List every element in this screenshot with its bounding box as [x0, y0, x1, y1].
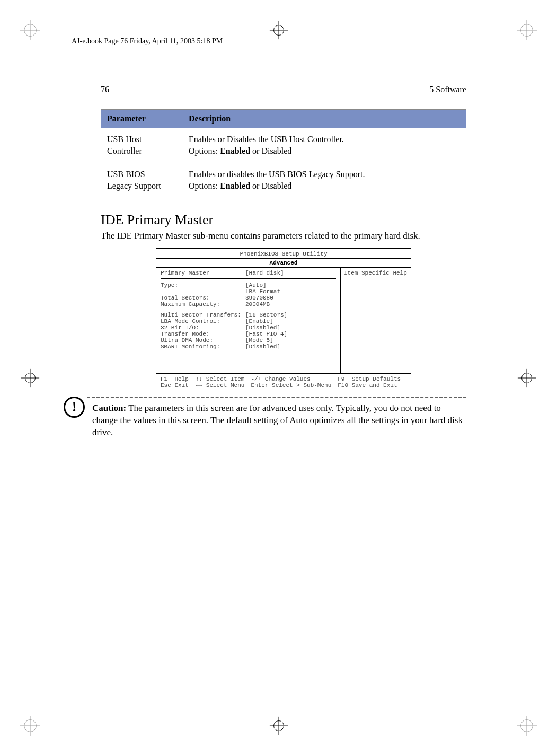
col-header-parameter: Parameter: [101, 110, 182, 128]
bios-key: Total Sectors:: [161, 295, 245, 301]
dashed-rule: [87, 397, 466, 398]
param-desc: Enables or Disables the USB Host Control…: [182, 128, 466, 163]
bios-val: 20004MB: [245, 301, 336, 307]
running-head: 76 5 Software: [101, 85, 466, 94]
crop-mark-icon: [20, 368, 40, 388]
caution-body-text: The parameters in this screen are for ad…: [92, 403, 463, 437]
table-header-row: Parameter Description: [101, 110, 466, 128]
table-row: USB BIOS Legacy Support Enables or disab…: [101, 163, 466, 198]
bios-key: Maximum Capacity:: [161, 301, 245, 307]
bios-tab-advanced: Advanced: [156, 259, 411, 268]
bios-key: Multi-Sector Transfers:: [161, 312, 245, 318]
crop-mark-icon: [517, 716, 537, 736]
bios-val: [Enable]: [245, 318, 336, 324]
param-desc: Enables or disables the USB BIOS Legacy …: [182, 163, 466, 198]
bios-val: LBA Format: [245, 288, 336, 295]
bios-key: [161, 288, 245, 295]
crop-mark-icon: [517, 368, 537, 388]
bios-left-pane: Primary Master [Hard disk] Type:[Auto] L…: [156, 268, 341, 373]
crop-mark-icon: [269, 716, 289, 736]
param-line: Legacy Support: [107, 181, 161, 190]
header-rule: [66, 48, 512, 48]
book-meta-line: AJ-e.book Page 76 Friday, April 11, 2003…: [72, 37, 223, 46]
bios-key: Transfer Mode:: [161, 331, 245, 337]
bios-val: [16 Sectors]: [245, 312, 336, 318]
desc-line: Enables or Disables the USB Host Control…: [189, 135, 344, 144]
bios-screenshot: PhoenixBIOS Setup Utility Advanced Prima…: [156, 248, 411, 391]
caution-icon: !: [64, 397, 85, 418]
bios-val: [Fast PIO 4]: [245, 331, 336, 337]
desc-line: Options:: [189, 181, 220, 190]
bios-foot-col: F9 Setup Defaults F10 Save and Exit: [338, 376, 401, 389]
caution-label: Caution:: [92, 403, 126, 413]
param-line: USB BIOS: [107, 170, 145, 179]
crop-mark-icon: [20, 20, 40, 40]
bios-footer: F1 Help ↑↓ Select Item Esc Exit ←→ Selec…: [156, 374, 411, 391]
bios-sub-label: Primary Master: [161, 270, 245, 276]
bios-val: [Disabled]: [245, 324, 336, 331]
desc-line: Options:: [189, 146, 220, 155]
page-number: 76: [101, 85, 109, 94]
bios-key: Type:: [161, 282, 245, 288]
bios-val: [Disabled]: [245, 344, 336, 350]
bios-key: LBA Mode Control:: [161, 318, 245, 324]
desc-line: Enables or disables the USB BIOS Legacy …: [189, 170, 365, 179]
parameter-table: Parameter Description USB Host Controlle…: [101, 109, 466, 198]
section-label: 5 Software: [429, 85, 466, 94]
param-line: Controller: [107, 146, 142, 155]
bios-help-label: Item Specific Help: [344, 270, 408, 276]
bios-key: 32 Bit I/O:: [161, 324, 245, 331]
bios-sub-value: [Hard disk]: [245, 270, 336, 276]
crop-mark-icon: [517, 20, 537, 40]
param-name: USB Host Controller: [101, 128, 182, 163]
caution-text: Caution: The parameters in this screen a…: [92, 402, 466, 439]
desc-bold: Enabled: [220, 146, 250, 155]
desc-bold: Enabled: [220, 181, 250, 190]
param-line: USB Host: [107, 135, 142, 144]
bios-val: [Auto]: [245, 282, 336, 288]
bios-title: PhoenixBIOS Setup Utility: [156, 249, 411, 259]
desc-line: or Disabled: [250, 181, 291, 190]
bios-foot-col: -/+ Change Values Enter Select > Sub-Men…: [251, 376, 331, 389]
section-paragraph: The IDE Primary Master sub-menu contains…: [101, 230, 466, 242]
bios-val: 39070080: [245, 295, 336, 301]
col-header-description: Description: [182, 110, 466, 128]
caution-block: ! Caution: The parameters in this screen…: [101, 397, 466, 439]
bios-val: [Mode 5]: [245, 337, 336, 344]
bios-key: SMART Monitoring:: [161, 344, 245, 350]
section-heading: IDE Primary Master: [101, 212, 466, 228]
desc-line: or Disabled: [250, 146, 291, 155]
crop-mark-icon: [20, 716, 40, 736]
param-name: USB BIOS Legacy Support: [101, 163, 182, 198]
table-row: USB Host Controller Enables or Disables …: [101, 128, 466, 163]
bios-key: Ultra DMA Mode:: [161, 337, 245, 344]
page-body: 76 5 Software Parameter Description USB …: [101, 85, 466, 438]
bios-help-pane: Item Specific Help: [341, 268, 411, 373]
bios-foot-col: F1 Help ↑↓ Select Item Esc Exit ←→ Selec…: [161, 376, 244, 389]
crop-mark-icon: [269, 20, 289, 40]
